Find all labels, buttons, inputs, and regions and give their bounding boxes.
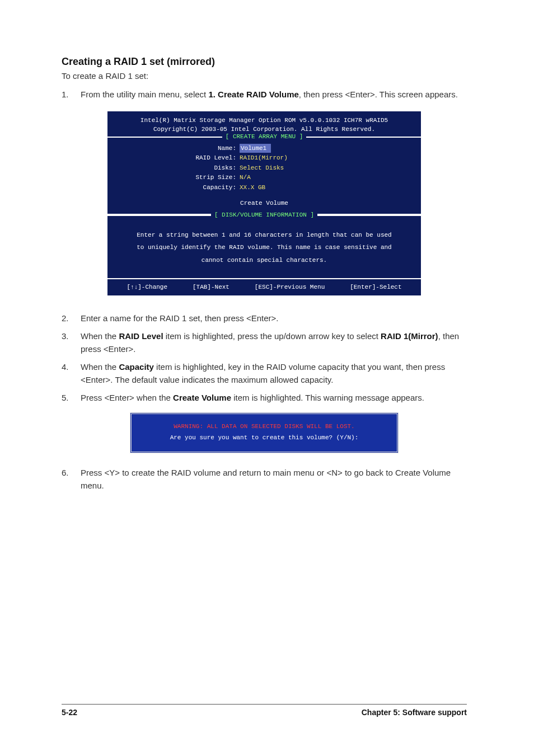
step-6: 6. Press <Y> to create the RAID volume a…: [62, 467, 467, 492]
field-label: Capacity:: [116, 183, 240, 192]
text: item is highlighted. This warning messag…: [231, 393, 424, 402]
info-frame-title-text: [ DISK/VOLUME INFORMATION ]: [211, 212, 317, 218]
frame-title: [ CREATE ARRAY MENU ]: [107, 132, 421, 142]
text: , then press <Enter>. This screen appear…: [299, 90, 458, 99]
step-number: 3.: [62, 330, 81, 355]
info-frame-title: [ DISK/VOLUME INFORMATION ]: [107, 210, 421, 220]
step-3: 3. When the RAID Level item is highlight…: [62, 330, 467, 355]
terminal-footer: [↑↓]-Change [TAB]-Next [ESC]-Previous Me…: [107, 279, 421, 295]
bold-text: Create Volume: [173, 393, 231, 402]
field-value-name[interactable]: Volume1: [240, 144, 271, 153]
key-hint-change: [↑↓]-Change: [127, 283, 167, 292]
step-number: 4.: [62, 361, 81, 386]
text: item is highlighted, press the up/down a…: [163, 331, 381, 341]
bold-text: RAID Level: [119, 331, 163, 341]
step-body: When the Capacity item is highlighted, k…: [81, 361, 467, 386]
terminal-screenshot: Intel(R) Matrix Storage Manager Option R…: [107, 111, 421, 295]
warning-line: WARNING: ALL DATA ON SELECTED DISKS WILL…: [136, 421, 392, 433]
field-label: Disks:: [116, 163, 240, 173]
step-4: 4. When the Capacity item is highlighted…: [62, 361, 467, 386]
page-number: 5-22: [62, 708, 77, 717]
step-number: 1.: [62, 88, 81, 101]
frame-title-text: [ CREATE ARRAY MENU ]: [222, 133, 307, 140]
field-value: XX.X GB: [240, 183, 265, 192]
key-hint-next: [TAB]-Next: [193, 283, 229, 292]
info-line: cannot contain special characters.: [116, 256, 412, 265]
bold-text: Capacity: [119, 362, 154, 372]
text: From the utility main menu, select: [81, 90, 208, 99]
step-1: 1. From the utility main menu, select 1.…: [62, 88, 467, 101]
section-heading: Creating a RAID 1 set (mirrored): [62, 56, 467, 68]
step-body: From the utility main menu, select 1. Cr…: [81, 88, 467, 101]
bold-text: 1. Create RAID Volume: [208, 90, 298, 99]
text: When the: [81, 331, 119, 341]
field-value: N/A: [240, 173, 251, 182]
step-5: 5. Press <Enter> when the Create Volume …: [62, 392, 467, 405]
step-body: Press <Y> to create the RAID volume and …: [81, 467, 467, 492]
info-line: Enter a string between 1 and 16 characte…: [116, 231, 412, 240]
key-hint-select: [Enter]-Select: [350, 283, 401, 292]
intro-text: To create a RAID 1 set:: [62, 71, 467, 81]
key-hint-previous: [ESC]-Previous Menu: [255, 283, 325, 292]
field-value: RAID1(Mirror): [240, 153, 288, 163]
step-body: Enter a name for the RAID 1 set, then pr…: [81, 312, 467, 325]
field-value: Select Disks: [240, 163, 284, 173]
step-number: 6.: [62, 467, 81, 492]
disk-volume-info-frame: [ DISK/VOLUME INFORMATION ] Enter a stri…: [107, 215, 421, 280]
chapter-title: Chapter 5: Software support: [362, 708, 467, 717]
step-number: 5.: [62, 392, 81, 405]
create-volume-action[interactable]: Create Volume: [116, 199, 412, 208]
step-number: 2.: [62, 312, 81, 325]
bold-text: RAID 1(Mirror): [381, 331, 438, 341]
step-body: Press <Enter> when the Create Volume ite…: [81, 392, 467, 405]
step-body: When the RAID Level item is highlighted,…: [81, 330, 467, 355]
warning-dialog: WARNING: ALL DATA ON SELECTED DISKS WILL…: [130, 412, 399, 454]
field-raid-level: RAID Level: RAID1(Mirror): [116, 153, 412, 163]
field-strip-size: Strip Size: N/A: [116, 173, 412, 182]
warning-prompt[interactable]: Are you sure you want to create this vol…: [136, 432, 392, 444]
field-capacity: Capacity: XX.X GB: [116, 183, 412, 192]
info-line: to uniquely identify the RAID volume. Th…: [116, 243, 412, 252]
field-name: Name: Volume1: [116, 144, 412, 153]
field-disks: Disks: Select Disks: [116, 163, 412, 173]
text: Press <Enter> when the: [81, 393, 173, 402]
field-label: RAID Level:: [116, 153, 240, 163]
page-footer: 5-22 Chapter 5: Software support: [62, 704, 467, 717]
step-2: 2. Enter a name for the RAID 1 set, then…: [62, 312, 467, 325]
text: When the: [81, 362, 119, 372]
create-array-frame: [ CREATE ARRAY MENU ] Name: Volume1 RAID…: [107, 137, 421, 215]
field-label: Name:: [116, 144, 240, 153]
terminal-title-1: Intel(R) Matrix Storage Manager Option R…: [111, 116, 418, 125]
field-label: Strip Size:: [116, 173, 240, 182]
